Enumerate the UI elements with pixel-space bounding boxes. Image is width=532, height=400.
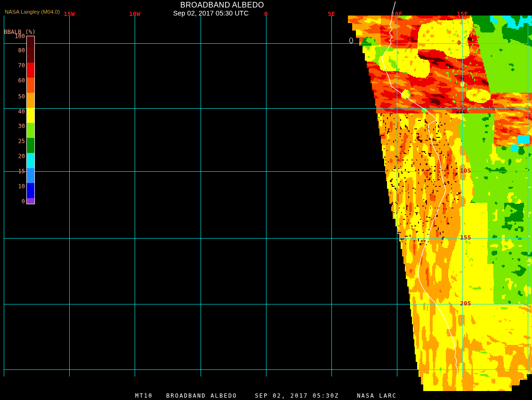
legend-tick: 15: [8, 168, 25, 174]
colorbar-segment: [27, 36, 34, 48]
colorbar-segment: [27, 93, 34, 108]
colorbar-segment: [27, 48, 34, 63]
source-tag: NASA Langley (M04.0): [5, 9, 60, 15]
colorbar-segment: [27, 108, 34, 123]
island-outline: [350, 38, 353, 43]
page-subtitle: Sep 02, 2017 05:30 UTC: [173, 9, 249, 17]
albedo-colorbar: [26, 36, 35, 204]
legend-tick: 10: [8, 184, 25, 189]
legend-tick: 30: [8, 123, 25, 129]
page-title: BROADBAND ALBEDO: [180, 1, 264, 9]
legend-tick: 100: [8, 33, 25, 39]
colorbar-segment: [27, 123, 34, 138]
footer-caption: MT10 BROADBAND ALBEDO SEP 02, 2017 05:30…: [0, 392, 532, 399]
coastline: [382, 1, 458, 375]
albedo-map-view: 15W10W05E10E15E05S10S15S20S NASA Langley…: [0, 0, 532, 400]
colorbar-segment: [27, 198, 34, 204]
legend-tick: 60: [8, 78, 25, 83]
legend-tick: 40: [8, 109, 25, 114]
colorbar-segment: [27, 138, 34, 153]
colorbar-segment: [27, 78, 34, 93]
legend-tick: 70: [8, 63, 25, 68]
colorbar-segment: [27, 153, 34, 168]
legend-tick: 0: [8, 199, 25, 204]
legend-tick: 25: [8, 138, 25, 144]
colorbar-segment: [27, 63, 34, 78]
coastline-overlay: [0, 0, 532, 400]
legend-tick: 20: [8, 153, 25, 159]
legend-tick: 80: [8, 48, 25, 53]
legend-tick: 50: [8, 94, 25, 99]
colorbar-segment: [27, 183, 34, 198]
colorbar-segment: [27, 168, 34, 183]
